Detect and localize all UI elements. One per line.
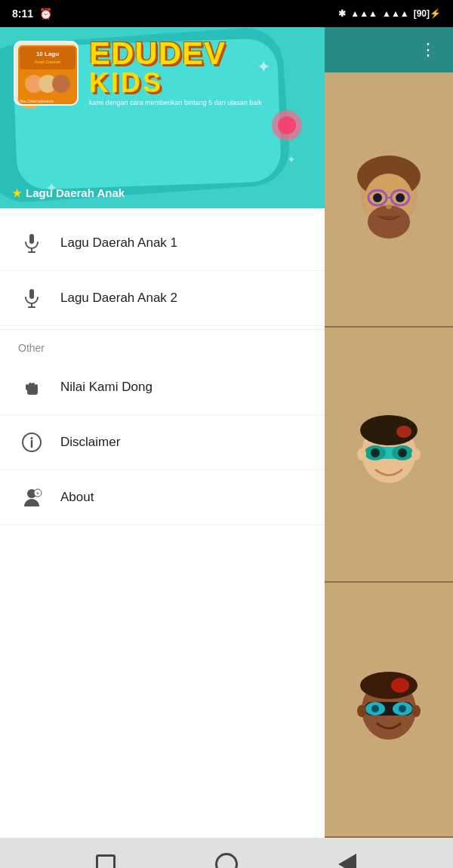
square-icon [96,854,116,868]
menu-label-nilai: Nilai Kami Dong [60,380,153,395]
svg-rect-62 [35,384,38,389]
person-icon: ✦ [18,484,45,511]
svg-rect-52 [29,234,34,244]
character-2-svg [344,409,434,500]
svg-point-65 [31,437,33,439]
app-title-edudev: EDUDEV [89,38,313,69]
menu-label-disclaimer: Disclaimer [60,435,120,450]
character-1-svg [344,154,434,245]
character-3-svg [344,664,434,755]
svg-rect-61 [32,383,35,389]
time-display: 8:11 [12,8,33,20]
app-title-kids: KIDS [89,69,313,97]
right-top-bar: ⋮ [325,27,453,72]
menu-item-lagu2[interactable]: Lagu Daerah Anak 2 [0,271,325,326]
menu-item-about[interactable]: ✦ About [0,470,325,525]
svg-point-29 [411,705,421,717]
mic-icon-1 [18,229,45,257]
svg-point-28 [357,705,366,717]
svg-text:10 Lagu: 10 Lagu [36,51,59,57]
menu-label-about: About [60,490,94,505]
mic-icon-2 [18,285,45,312]
menu-item-disclaimer[interactable]: Disclaimer [0,415,325,470]
svg-rect-60 [29,383,32,389]
signal-icon: ▲▲▲ [350,8,378,19]
nav-bar [0,838,453,868]
header-label-text: Lagu Daerah Anak [26,186,125,199]
right-panel: ⋮ [325,27,453,838]
svg-point-18 [357,448,366,460]
battery-display: [90]⚡ [414,8,441,19]
sidebar-header: ✦ ✦ ✦ ✦ ✦ 10 Lagu [0,27,325,208]
svg-point-42 [278,116,296,134]
app-thumbnail: 10 Lagu Anak Daerah Aku Cinta Indonesia [14,41,79,106]
svg-point-26 [371,705,379,713]
svg-point-50 [52,75,70,93]
sidebar-menu: Lagu Daerah Anak 1 Lagu Daerah Anak 2 Ot… [0,208,325,838]
app-title-area: EDUDEV KIDS kami dengan cara memberikan … [89,38,313,108]
svg-point-19 [411,448,421,460]
svg-text:✦: ✦ [35,491,40,496]
svg-point-27 [399,705,406,713]
svg-text:Anak Daerah: Anak Daerah [34,60,60,64]
character-3 [325,583,453,838]
alarm-icon: ⏰ [39,8,52,20]
status-right: ✱ ▲▲▲ ▲▲▲ [90]⚡ [338,8,441,19]
app-subtitle: kami dengan cara memberikan bintang 5 da… [89,99,313,108]
header-label: ★ Lagu Daerah Anak [12,186,125,199]
status-left: 8:11 ⏰ [12,8,52,20]
thumbnail-svg: 10 Lagu Anak Daerah Aku Cinta Indonesia [15,42,79,106]
star-icon: ★ [12,187,22,199]
svg-text:Aku Cinta Indonesia: Aku Cinta Indonesia [20,99,54,103]
svg-point-6 [373,193,382,202]
nav-back-button[interactable] [332,849,362,868]
info-icon [18,429,45,456]
sidebar-drawer: ✦ ✦ ✦ ✦ ✦ 10 Lagu [0,27,325,838]
svg-rect-59 [26,384,29,390]
main-container: ⋮ [0,27,453,838]
character-2 [325,328,453,583]
svg-point-7 [396,193,405,202]
nav-square-button[interactable] [91,849,121,868]
three-dots-icon[interactable]: ⋮ [420,40,438,60]
character-1 [325,72,453,328]
signal2-icon: ▲▲▲ [382,8,409,19]
status-bar: 8:11 ⏰ ✱ ▲▲▲ ▲▲▲ [90]⚡ [0,0,453,27]
svg-point-3 [368,205,410,239]
svg-point-9 [386,205,392,209]
svg-point-20 [396,426,411,438]
bluetooth-icon: ✱ [338,8,346,19]
nav-home-button[interactable] [211,849,242,868]
svg-text:✦: ✦ [287,153,296,165]
menu-label-lagu2: Lagu Daerah Anak 2 [60,291,177,306]
hand-icon [18,374,45,401]
svg-rect-55 [29,289,34,299]
menu-label-lagu1: Lagu Daerah Anak 1 [60,235,177,251]
triangle-icon [338,854,356,868]
section-label-other: Other [0,329,325,360]
circle-icon [215,853,238,868]
svg-point-16 [371,448,380,457]
svg-point-30 [391,678,409,693]
menu-item-nilai[interactable]: Nilai Kami Dong [0,360,325,415]
menu-item-lagu1[interactable]: Lagu Daerah Anak 1 [0,216,325,271]
svg-point-17 [398,448,407,457]
